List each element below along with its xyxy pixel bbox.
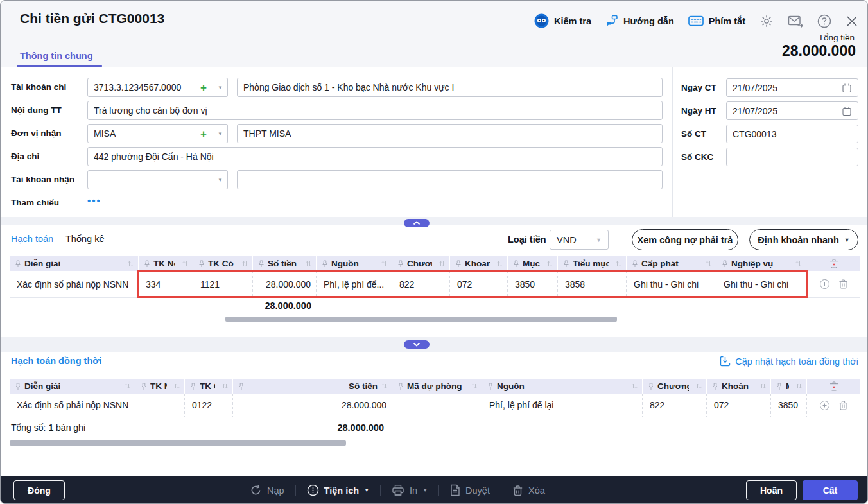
utilities-button[interactable]: Tiện ích ▼ bbox=[307, 484, 369, 496]
table-cell[interactable]: 1121 bbox=[193, 271, 253, 297]
table-cell[interactable] bbox=[135, 394, 185, 417]
column-header[interactable]: Nghiệp vụ bbox=[716, 256, 806, 271]
column-header[interactable]: Chương bbox=[643, 379, 707, 394]
table-cell[interactable]: 0122 bbox=[185, 394, 233, 417]
column-header[interactable]: Số tiền bbox=[233, 379, 392, 394]
table-cell[interactable]: 072 bbox=[450, 271, 508, 297]
add-icon[interactable]: + bbox=[200, 128, 207, 139]
sort-icon[interactable] bbox=[438, 260, 446, 267]
pin-icon[interactable] bbox=[322, 260, 328, 268]
sort-icon[interactable] bbox=[124, 383, 131, 390]
pin-icon[interactable] bbox=[455, 260, 462, 268]
pin-icon[interactable] bbox=[15, 383, 21, 390]
guide-button[interactable]: Hướng dẫn bbox=[605, 15, 674, 28]
shortcut-button[interactable]: Phím tắt bbox=[688, 15, 745, 26]
postpone-button[interactable]: Hoãn bbox=[746, 480, 797, 500]
collapse-down-button[interactable] bbox=[404, 340, 430, 349]
reload-button[interactable]: Nạp bbox=[250, 484, 284, 496]
payment-content-input[interactable]: Trả lương cho cán bộ đơn vị bbox=[87, 101, 663, 120]
receiving-account-name-input[interactable] bbox=[237, 170, 663, 189]
column-header[interactable]: Khoản bbox=[450, 256, 508, 271]
column-header[interactable]: TK Có bbox=[185, 379, 233, 394]
pin-icon[interactable] bbox=[397, 383, 404, 390]
table-cell[interactable]: Phí, lệ phí để... bbox=[317, 271, 392, 297]
send-mail-icon[interactable] bbox=[788, 15, 803, 28]
pin-icon[interactable] bbox=[144, 260, 150, 268]
settings-gear-icon[interactable] bbox=[759, 14, 774, 28]
column-header[interactable]: Số tiền bbox=[253, 256, 317, 271]
table-cell[interactable]: Ghi thu - Ghi chi bbox=[716, 271, 806, 297]
collapse-up-button[interactable] bbox=[404, 219, 430, 227]
table-cell[interactable]: Xác định số phải nộp NSNN bbox=[10, 394, 135, 417]
table-cell[interactable]: 072 bbox=[707, 394, 771, 417]
sort-icon[interactable] bbox=[795, 260, 802, 267]
paying-account-name-input[interactable]: Phòng Giao dịch số 1 - Kho bạc Nhà nước … bbox=[237, 78, 663, 97]
delete-all-icon[interactable] bbox=[829, 258, 839, 269]
delete-row-icon[interactable] bbox=[838, 400, 848, 411]
print-button[interactable]: In ▼ bbox=[392, 484, 428, 496]
pin-icon[interactable] bbox=[513, 260, 519, 268]
help-icon[interactable] bbox=[817, 14, 831, 28]
sort-icon[interactable] bbox=[705, 260, 712, 267]
pin-icon[interactable] bbox=[712, 383, 718, 390]
table-cell[interactable]: Phí, lệ phí để lại bbox=[482, 394, 643, 417]
sort-icon[interactable] bbox=[305, 260, 312, 267]
pin-icon[interactable] bbox=[722, 260, 728, 268]
column-header[interactable]: TK Có bbox=[193, 256, 253, 271]
pin-icon[interactable] bbox=[397, 260, 404, 268]
column-header[interactable]: Tiểu mục bbox=[558, 256, 627, 271]
pin-icon[interactable] bbox=[632, 260, 638, 268]
table-cell[interactable]: 822 bbox=[643, 394, 707, 417]
sort-icon[interactable] bbox=[496, 260, 503, 267]
table-cell[interactable]: 334 bbox=[139, 271, 193, 297]
column-header[interactable]: Mục bbox=[771, 379, 807, 394]
table-cell[interactable] bbox=[392, 394, 482, 417]
pin-icon[interactable] bbox=[776, 383, 783, 390]
receiving-unit-dropdown[interactable]: ▼ bbox=[213, 124, 228, 143]
table-cell[interactable]: Ghi thu - Ghi chi bbox=[627, 271, 716, 297]
delete-row-icon[interactable] bbox=[838, 279, 848, 290]
tab-thong-ke[interactable]: Thống kê bbox=[65, 234, 104, 244]
table-cell[interactable]: 3858 bbox=[558, 271, 627, 297]
column-header[interactable]: TK Nợ bbox=[135, 379, 185, 394]
table-cell[interactable]: 28.000.000 bbox=[253, 271, 317, 297]
currency-select[interactable]: VND ▼ bbox=[550, 230, 609, 250]
sort-icon[interactable] bbox=[127, 260, 134, 267]
sort-icon[interactable] bbox=[173, 383, 180, 390]
reference-more-button[interactable]: ••• bbox=[87, 195, 101, 206]
column-header[interactable]: Diễn giải bbox=[10, 379, 135, 394]
sort-icon[interactable] bbox=[795, 383, 803, 390]
paying-account-input[interactable]: 3713.3.1234567.0000 + bbox=[87, 78, 213, 97]
sort-icon[interactable] bbox=[381, 260, 388, 267]
voucher-number-input[interactable]: CTG00013 bbox=[726, 125, 858, 143]
sort-icon[interactable] bbox=[631, 383, 638, 390]
horizontal-scrollbar[interactable] bbox=[10, 440, 346, 446]
tab-hach-toan[interactable]: Hạch toán bbox=[11, 234, 53, 244]
receiving-account-input[interactable] bbox=[87, 170, 213, 189]
column-header[interactable]: Nguồn bbox=[482, 379, 643, 394]
tab-general-info[interactable]: Thông tin chung bbox=[20, 51, 93, 61]
column-header[interactable]: Mã dự phòng bbox=[392, 379, 482, 394]
receiving-unit-name-input[interactable]: THPT MISA bbox=[237, 124, 663, 143]
pin-icon[interactable] bbox=[15, 260, 21, 268]
sort-icon[interactable] bbox=[221, 383, 229, 390]
column-header[interactable]: TK Nợ bbox=[139, 256, 193, 271]
simultaneous-title-link[interactable]: Hạch toán đồng thời bbox=[11, 356, 102, 366]
receiving-account-dropdown[interactable]: ▼ bbox=[213, 170, 228, 189]
accounting-date-input[interactable]: 21/07/2025 bbox=[726, 101, 858, 120]
close-button[interactable]: Đóng bbox=[13, 480, 65, 500]
pin-icon[interactable] bbox=[563, 260, 569, 268]
delete-all-column-header[interactable] bbox=[806, 256, 860, 271]
close-icon[interactable] bbox=[846, 15, 858, 28]
column-header[interactable]: Nguồn bbox=[317, 256, 392, 271]
table-cell[interactable]: 3850 bbox=[771, 394, 807, 417]
delete-all-column-header[interactable] bbox=[807, 379, 860, 394]
add-icon[interactable]: + bbox=[200, 82, 207, 93]
sort-icon[interactable] bbox=[471, 383, 478, 390]
sort-icon[interactable] bbox=[546, 260, 553, 267]
pin-icon[interactable] bbox=[258, 260, 265, 268]
pin-icon[interactable] bbox=[141, 383, 147, 390]
save-button[interactable]: Cất bbox=[803, 480, 858, 500]
receiving-unit-input[interactable]: MISA + bbox=[87, 124, 213, 143]
voucher-date-input[interactable]: 21/07/2025 bbox=[726, 78, 858, 97]
